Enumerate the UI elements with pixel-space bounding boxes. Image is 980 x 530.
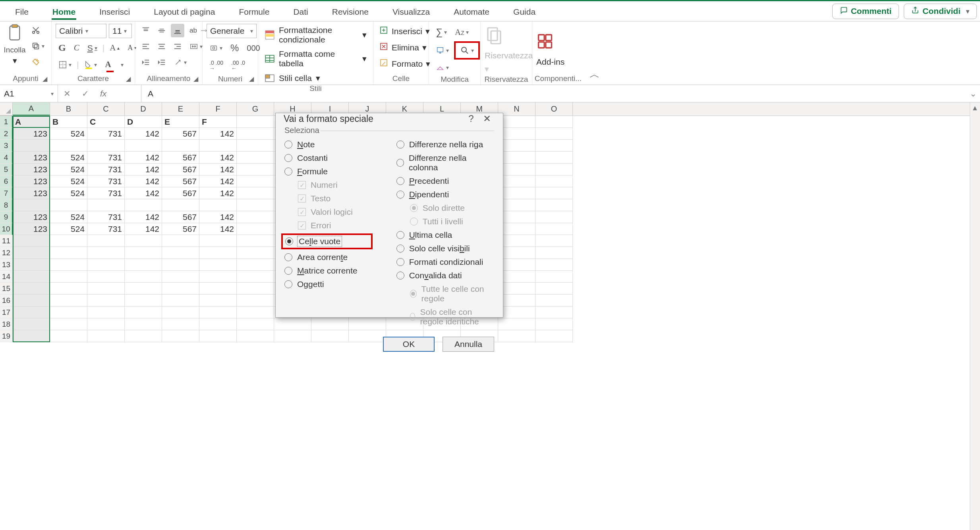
cell[interactable]: 524 <box>50 187 87 199</box>
cell[interactable] <box>162 318 199 330</box>
cell[interactable] <box>125 318 162 330</box>
orientation-button[interactable]: ▾ <box>171 56 189 69</box>
cell[interactable] <box>535 199 573 211</box>
comments-button[interactable]: Commenti <box>832 4 899 19</box>
cell[interactable] <box>535 235 573 247</box>
cell[interactable]: E <box>162 116 199 128</box>
cell[interactable] <box>237 235 274 247</box>
cell[interactable] <box>87 247 125 259</box>
cell[interactable] <box>498 199 535 211</box>
cell[interactable]: 142 <box>125 187 162 199</box>
cell[interactable]: C <box>87 116 125 128</box>
cell[interactable] <box>199 271 237 283</box>
close-icon[interactable]: ✕ <box>479 113 495 124</box>
cell[interactable] <box>162 199 199 211</box>
row-header-6[interactable]: 6 <box>0 175 13 187</box>
tab-home[interactable]: Home <box>41 3 87 19</box>
cell[interactable]: 731 <box>87 223 125 235</box>
cell[interactable]: 524 <box>50 164 87 175</box>
italic-button[interactable]: C <box>71 41 82 55</box>
cell[interactable] <box>50 295 87 306</box>
radio-precedenti[interactable]: Precedenti <box>396 175 494 187</box>
cell[interactable] <box>535 295 573 306</box>
cell[interactable] <box>498 187 535 199</box>
radio-matrice-corrente[interactable]: Matrice corrente <box>284 265 373 276</box>
align-top-button[interactable] <box>139 24 153 37</box>
row-header-7[interactable]: 7 <box>0 187 13 199</box>
bold-button[interactable]: G <box>56 40 69 55</box>
row-header-16[interactable]: 16 <box>0 295 13 306</box>
cell[interactable] <box>125 235 162 247</box>
row-header-14[interactable]: 14 <box>0 271 13 283</box>
increase-indent-button[interactable] <box>155 56 168 69</box>
row-header-9[interactable]: 9 <box>0 211 13 223</box>
row-header-15[interactable]: 15 <box>0 283 13 295</box>
cell[interactable] <box>13 318 50 330</box>
cell[interactable] <box>13 199 50 211</box>
select-all-corner[interactable] <box>0 102 13 116</box>
cell[interactable] <box>13 247 50 259</box>
accounting-format-button[interactable]: ▾ <box>207 42 225 54</box>
cell[interactable]: 524 <box>50 223 87 235</box>
row-header-17[interactable]: 17 <box>0 306 13 318</box>
cell[interactable] <box>498 128 535 140</box>
cell[interactable] <box>535 187 573 199</box>
cell[interactable]: 123 <box>13 152 50 164</box>
cell[interactable]: 142 <box>199 152 237 164</box>
align-center-button[interactable] <box>155 40 168 53</box>
vertical-scrollbar[interactable]: ▴ <box>970 102 980 530</box>
cell[interactable]: 142 <box>199 128 237 140</box>
cell[interactable]: 567 <box>162 223 199 235</box>
dialog-title-bar[interactable]: Vai a formato speciale ? ✕ <box>276 113 503 124</box>
cell[interactable]: 123 <box>13 164 50 175</box>
radio-formule[interactable]: Formule <box>284 166 373 177</box>
cell[interactable]: D <box>125 116 162 128</box>
radio-dipendenti[interactable]: Dipendenti <box>396 189 494 200</box>
cell[interactable]: 567 <box>162 152 199 164</box>
align-right-button[interactable] <box>171 40 184 53</box>
cancel-formula-icon[interactable]: ✕ <box>64 89 71 98</box>
format-as-table-button[interactable]: Formatta come tabella▾ <box>262 48 369 69</box>
row-header-1[interactable]: 1 <box>0 116 13 128</box>
cell[interactable] <box>50 259 87 271</box>
radio-celle-vuote[interactable]: Celle vuote <box>285 237 367 246</box>
scroll-up-icon[interactable]: ▴ <box>973 102 977 113</box>
row-header-18[interactable]: 18 <box>0 318 13 330</box>
cell[interactable] <box>535 211 573 223</box>
cell[interactable]: 142 <box>199 187 237 199</box>
cell[interactable] <box>162 330 199 342</box>
cell[interactable] <box>162 283 199 295</box>
cell[interactable]: F <box>199 116 237 128</box>
radio-ultima-cella[interactable]: Ultima cella <box>396 229 494 241</box>
cell[interactable] <box>50 330 87 342</box>
row-header-19[interactable]: 19 <box>0 330 13 342</box>
collapse-ribbon-button[interactable]: ︿ <box>584 21 605 85</box>
cell[interactable] <box>498 140 535 152</box>
cell[interactable] <box>237 187 274 199</box>
font-name-combo[interactable]: Calibri▾ <box>56 24 106 38</box>
cell[interactable] <box>199 330 237 342</box>
decrease-decimal-button[interactable]: .00 .0← <box>228 58 248 73</box>
tab-view[interactable]: Visualizza <box>381 3 442 19</box>
cell[interactable]: 567 <box>162 164 199 175</box>
cell[interactable]: 524 <box>50 152 87 164</box>
underline-button[interactable]: S▾ <box>85 41 100 55</box>
tab-formulas[interactable]: Formule <box>227 3 281 19</box>
cell[interactable] <box>237 271 274 283</box>
dialog-launcher-icon[interactable]: ◢ <box>43 75 47 83</box>
cell[interactable]: 142 <box>125 175 162 187</box>
cell[interactable] <box>162 259 199 271</box>
cell[interactable] <box>237 318 274 330</box>
cell[interactable]: 123 <box>13 211 50 223</box>
number-format-combo[interactable]: Generale▾ <box>207 24 257 38</box>
cell[interactable]: 567 <box>162 128 199 140</box>
cell[interactable] <box>237 140 274 152</box>
cell[interactable] <box>50 318 87 330</box>
cell[interactable] <box>535 116 573 128</box>
row-header-12[interactable]: 12 <box>0 247 13 259</box>
cell[interactable] <box>199 318 237 330</box>
cell[interactable]: 142 <box>125 211 162 223</box>
cell[interactable] <box>237 152 274 164</box>
radio-solo-visibili[interactable]: Solo celle visibili <box>396 243 494 254</box>
cell[interactable]: 731 <box>87 128 125 140</box>
